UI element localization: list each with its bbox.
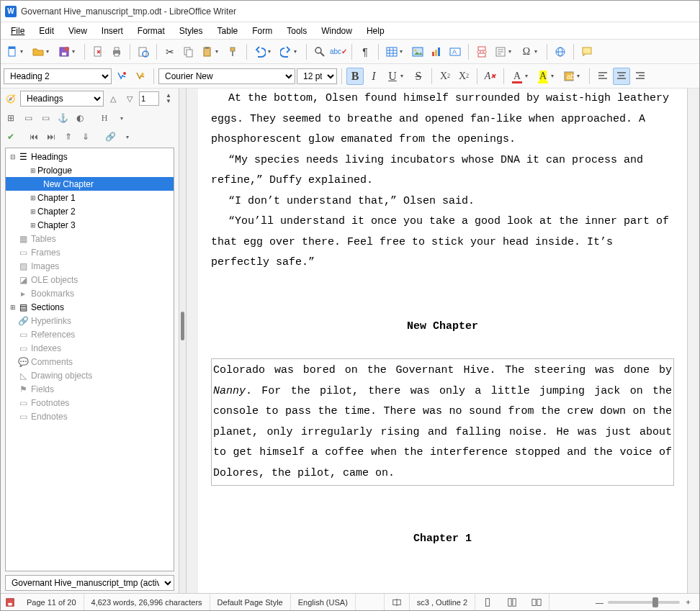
status-page[interactable]: Page 11 of 20 — [19, 594, 84, 610]
zoom-in-button[interactable]: ＋ — [684, 597, 692, 607]
redo-dd[interactable]: ▾ — [294, 48, 300, 55]
field-dd[interactable]: ▾ — [508, 48, 514, 55]
char-highlight-button[interactable]: ab — [560, 68, 578, 85]
save-button[interactable] — [55, 43, 73, 60]
page-break-button[interactable] — [473, 43, 490, 60]
new-style-button[interactable] — [132, 68, 149, 85]
update-style-button[interactable] — [113, 68, 130, 85]
nav-listbox-button[interactable]: ✔ — [4, 130, 18, 144]
nav-toggle-button[interactable]: ▭ — [21, 111, 35, 125]
tree-images[interactable]: ▨Images — [6, 259, 174, 273]
tree-ole[interactable]: ◪OLE objects — [6, 273, 174, 286]
menu-tools[interactable]: Tools — [279, 24, 314, 38]
nav-promote-level-button[interactable]: ⇑ — [61, 130, 76, 144]
menu-view[interactable]: View — [61, 24, 94, 38]
menu-file[interactable]: File — [4, 24, 32, 38]
menu-insert[interactable]: Insert — [94, 24, 130, 38]
nav-reminder-button[interactable]: ◐ — [73, 111, 87, 125]
menu-table[interactable]: Table — [210, 24, 246, 38]
nav-demote-chapter-button[interactable]: ⏭ — [44, 130, 58, 144]
body-text[interactable]: “I don’t understand that,” Olsen said. — [211, 191, 674, 212]
font-color-dd[interactable]: ▾ — [525, 73, 531, 79]
tree-indexes[interactable]: ▭Indexes — [6, 341, 174, 355]
font-color-button[interactable]: A — [508, 68, 526, 85]
status-selection-mode[interactable] — [385, 594, 410, 610]
new-button[interactable] — [4, 43, 21, 60]
navigator-tree[interactable]: ⊟☰Headings ⊞Prologue New Chapter ⊞Chapte… — [5, 148, 174, 571]
nav-globe-icon[interactable]: 🧭 — [4, 91, 18, 106]
status-insert-mode[interactable] — [356, 594, 385, 610]
strike-button[interactable]: S — [410, 68, 427, 85]
open-dd[interactable]: ▾ — [46, 48, 52, 55]
redo-button[interactable] — [277, 43, 295, 60]
open-button[interactable] — [30, 43, 47, 60]
subscript-button[interactable]: X2 — [455, 68, 472, 85]
status-view-book[interactable] — [524, 594, 549, 610]
superscript-button[interactable]: X2 — [436, 68, 454, 85]
tree-prologue[interactable]: ⊞Prologue — [6, 163, 174, 177]
save-dd[interactable]: ▾ — [72, 48, 78, 55]
print-preview-button[interactable] — [135, 43, 152, 60]
highlight-button[interactable]: A — [534, 68, 552, 85]
status-view-multi[interactable] — [500, 594, 524, 610]
zoom-out-button[interactable]: — — [596, 598, 603, 607]
tree-drawing[interactable]: ◺Drawing objects — [6, 368, 174, 382]
insert-field-button[interactable] — [492, 43, 509, 60]
tree-fields[interactable]: ⚑Fields — [6, 382, 174, 396]
insert-textbox-button[interactable]: A — [447, 43, 464, 60]
tree-chapter3[interactable]: ⊞Chapter 3 — [6, 218, 174, 232]
tree-chapter2[interactable]: ⊞Chapter 2 — [6, 204, 174, 218]
char-dd[interactable]: ▾ — [534, 48, 540, 55]
font-name-select[interactable]: Courier New — [158, 68, 295, 84]
menu-edit[interactable]: Edit — [32, 24, 61, 38]
insert-image-button[interactable] — [409, 43, 426, 60]
tree-headings[interactable]: ⊟☰Headings — [6, 150, 174, 163]
nav-heading-levels-button[interactable]: H — [97, 111, 112, 125]
menu-help[interactable]: Help — [359, 24, 392, 38]
hyperlink-button[interactable] — [552, 43, 569, 60]
document-area[interactable]: At the bottom, Olsen found himself surro… — [187, 89, 699, 593]
nav-content-view-button[interactable]: ⊞ — [4, 111, 18, 125]
body-text[interactable]: “My species needs living incubators whos… — [211, 150, 674, 191]
undo-dd[interactable]: ▾ — [268, 48, 274, 55]
underline-dd[interactable]: ▾ — [400, 73, 406, 79]
tree-frames[interactable]: ▭Frames — [6, 245, 174, 259]
highlight-dd[interactable]: ▾ — [551, 73, 557, 79]
nav-demote-level-button[interactable]: ⇓ — [78, 130, 93, 144]
nav-promote-chapter-button[interactable]: ⏮ — [27, 130, 41, 144]
menu-styles[interactable]: Styles — [172, 24, 210, 38]
align-left-button[interactable] — [594, 68, 611, 85]
clone-formatting-button[interactable] — [225, 43, 242, 60]
status-signature[interactable]: sc3 , Outline 2 — [410, 594, 475, 610]
nav-prev-icon[interactable]: △ — [106, 91, 120, 106]
nav-doc-select[interactable]: Governant Hive_manuscript_tmp (active) — [5, 575, 174, 591]
body-text[interactable]: At the bottom, Olsen found himself surro… — [211, 89, 674, 150]
paste-dd[interactable]: ▾ — [215, 48, 221, 55]
menu-format[interactable]: Format — [130, 24, 172, 38]
tree-hyperlinks[interactable]: 🔗Hyperlinks — [6, 314, 174, 327]
nav-drag-dd[interactable]: ▾ — [120, 130, 135, 144]
splitter[interactable] — [179, 89, 187, 593]
tree-footnotes[interactable]: ▭Footnotes — [6, 396, 174, 409]
tree-new-chapter[interactable]: New Chapter — [6, 177, 174, 191]
paste-button[interactable] — [199, 43, 216, 60]
menu-form[interactable]: Form — [245, 24, 279, 38]
zoom-slider[interactable] — [608, 601, 680, 604]
clear-formatting-button[interactable]: A✖ — [482, 68, 499, 85]
special-char-button[interactable]: Ω — [518, 43, 535, 60]
insert-table-button[interactable] — [383, 43, 400, 60]
status-view-single[interactable] — [475, 594, 500, 610]
nav-spinner-icon[interactable]: ▲▼ — [161, 91, 176, 106]
export-pdf-button[interactable] — [89, 43, 107, 60]
body-text-frame[interactable]: Colorado was bored on the Governant Hive… — [211, 358, 674, 486]
find-button[interactable] — [311, 43, 328, 60]
nav-h-dd[interactable]: ▾ — [115, 111, 129, 125]
nav-header-button[interactable]: ▭ — [38, 111, 53, 125]
formatting-marks-button[interactable]: ¶ — [356, 43, 374, 60]
heading-chapter1[interactable]: Chapter 1 — [211, 529, 674, 550]
nav-mode-select[interactable]: Headings — [20, 91, 104, 107]
char-h-dd[interactable]: ▾ — [577, 73, 583, 79]
status-pagestyle[interactable]: Default Page Style — [210, 594, 291, 610]
align-center-button[interactable] — [613, 68, 630, 85]
italic-button[interactable]: I — [365, 68, 382, 85]
